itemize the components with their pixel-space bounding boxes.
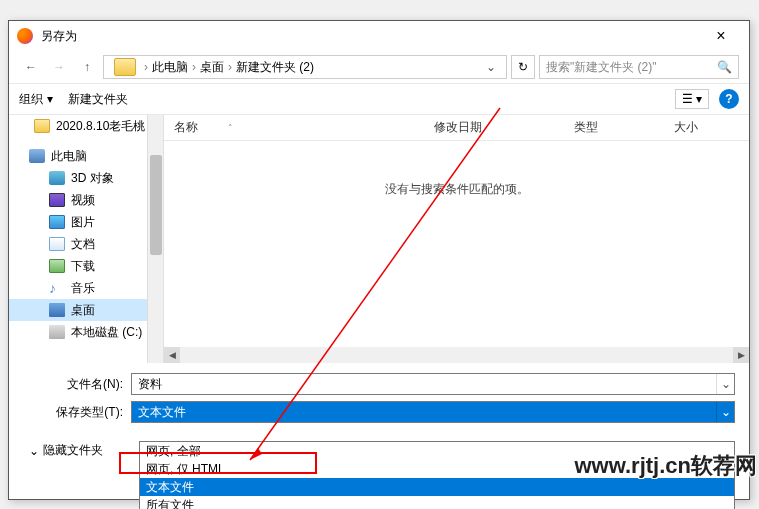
tree-item-label: 本地磁盘 (C:): [71, 324, 142, 341]
tree-item-pc[interactable]: 此电脑: [9, 145, 163, 167]
3d-icon: [49, 171, 65, 185]
nav-tree: 2020.8.10老毛桃 此电脑 3D 对象视频图片文档下载♪音乐桌面本地磁盘 …: [9, 115, 164, 363]
image-icon: [49, 215, 65, 229]
tree-item[interactable]: 桌面: [9, 299, 163, 321]
back-button[interactable]: ←: [19, 55, 43, 79]
firefox-icon: [17, 28, 33, 44]
filetype-row: 保存类型(T): 文本文件 ⌄: [23, 401, 735, 423]
folder-icon: [34, 119, 50, 133]
view-icon: ☰: [682, 92, 693, 106]
pc-icon: [29, 149, 45, 163]
file-list: 名称 ˄ 修改日期 类型 大小 没有与搜索条件匹配的项。 ◀ ▶: [164, 115, 749, 363]
col-name[interactable]: 名称 ˄: [164, 119, 424, 136]
col-size[interactable]: 大小: [664, 119, 734, 136]
watermark: www.rjtj.cn软荐网: [574, 451, 757, 481]
download-icon: [49, 259, 65, 273]
tree-item[interactable]: 下载: [9, 255, 163, 277]
hide-folders-toggle[interactable]: ⌄ 隐藏文件夹: [29, 442, 103, 459]
dialog-body: 2020.8.10老毛桃 此电脑 3D 对象视频图片文档下载♪音乐桌面本地磁盘 …: [9, 115, 749, 363]
filetype-select[interactable]: 文本文件 ⌄: [131, 401, 735, 423]
tree-item-label: 下载: [71, 258, 95, 275]
search-icon: 🔍: [717, 60, 732, 74]
filename-input[interactable]: 资料 ⌄: [131, 373, 735, 395]
path-dropdown-icon[interactable]: ⌄: [482, 60, 500, 74]
tree-item-label: 文档: [71, 236, 95, 253]
breadcrumb-segment[interactable]: 此电脑: [152, 59, 188, 76]
scroll-right-icon[interactable]: ▶: [733, 347, 749, 363]
breadcrumb[interactable]: › 此电脑 › 桌面 › 新建文件夹 (2) ⌄: [103, 55, 507, 79]
up-button[interactable]: ↑: [75, 55, 99, 79]
tree-item[interactable]: 文档: [9, 233, 163, 255]
tree-item[interactable]: 3D 对象: [9, 167, 163, 189]
horizontal-scrollbar[interactable]: ◀ ▶: [164, 347, 749, 363]
filetype-dropdown-icon[interactable]: ⌄: [716, 402, 734, 422]
col-modified[interactable]: 修改日期: [424, 119, 564, 136]
chevron-right-icon: ›: [228, 60, 232, 74]
tree-item-label: 图片: [71, 214, 95, 231]
forward-button: →: [47, 55, 71, 79]
close-button[interactable]: ×: [701, 27, 741, 45]
organize-button[interactable]: 组织 ▾: [19, 91, 53, 108]
disk-icon: [49, 325, 65, 339]
column-headers: 名称 ˄ 修改日期 类型 大小: [164, 115, 749, 141]
window-title: 另存为: [41, 28, 701, 45]
folder-icon: [114, 58, 136, 76]
filename-row: 文件名(N): 资料 ⌄: [23, 373, 735, 395]
scrollbar-thumb[interactable]: [150, 155, 162, 255]
toolbar: 组织 ▾ 新建文件夹 ☰ ▾ ?: [9, 83, 749, 115]
breadcrumb-segment[interactable]: 桌面: [200, 59, 224, 76]
tree-item[interactable]: ♪音乐: [9, 277, 163, 299]
tree-item-label: 桌面: [71, 302, 95, 319]
chevron-down-icon: ▾: [47, 92, 53, 106]
chevron-down-icon: ⌄: [29, 444, 39, 458]
chevron-right-icon: ›: [192, 60, 196, 74]
desktop-icon: [49, 303, 65, 317]
tree-item-label: 视频: [71, 192, 95, 209]
doc-icon: [49, 237, 65, 251]
filename-label: 文件名(N):: [23, 376, 131, 393]
scroll-left-icon[interactable]: ◀: [164, 347, 180, 363]
tree-item[interactable]: 图片: [9, 211, 163, 233]
sort-indicator-icon: ˄: [228, 123, 233, 133]
breadcrumb-segment[interactable]: 新建文件夹 (2): [236, 59, 314, 76]
view-options-button[interactable]: ☰ ▾: [675, 89, 709, 109]
tree-item-label: 3D 对象: [71, 170, 114, 187]
tree-item[interactable]: 视频: [9, 189, 163, 211]
save-as-dialog: 另存为 × ← → ↑ › 此电脑 › 桌面 › 新建文件夹 (2) ⌄ ↻ 搜…: [8, 20, 750, 500]
empty-message: 没有与搜索条件匹配的项。: [164, 181, 749, 198]
new-folder-button[interactable]: 新建文件夹: [68, 91, 128, 108]
music-icon: ♪: [49, 281, 65, 295]
search-placeholder: 搜索"新建文件夹 (2)": [546, 59, 657, 76]
tree-item-folder[interactable]: 2020.8.10老毛桃: [9, 115, 163, 137]
filetype-label: 保存类型(T):: [23, 404, 131, 421]
refresh-button[interactable]: ↻: [511, 55, 535, 79]
tree-scrollbar[interactable]: [147, 115, 163, 363]
tree-item[interactable]: 本地磁盘 (C:): [9, 321, 163, 343]
video-icon: [49, 193, 65, 207]
chevron-right-icon: ›: [144, 60, 148, 74]
nav-row: ← → ↑ › 此电脑 › 桌面 › 新建文件夹 (2) ⌄ ↻ 搜索"新建文件…: [9, 51, 749, 83]
filetype-option[interactable]: 所有文件: [140, 496, 734, 509]
filename-dropdown-icon[interactable]: ⌄: [716, 374, 734, 394]
help-button[interactable]: ?: [719, 89, 739, 109]
col-type[interactable]: 类型: [564, 119, 664, 136]
chevron-down-icon: ▾: [696, 92, 702, 106]
search-input[interactable]: 搜索"新建文件夹 (2)" 🔍: [539, 55, 739, 79]
tree-item-label: 音乐: [71, 280, 95, 297]
titlebar: 另存为 ×: [9, 21, 749, 51]
bottom-panel: 文件名(N): 资料 ⌄ 保存类型(T): 文本文件 ⌄: [9, 363, 749, 435]
